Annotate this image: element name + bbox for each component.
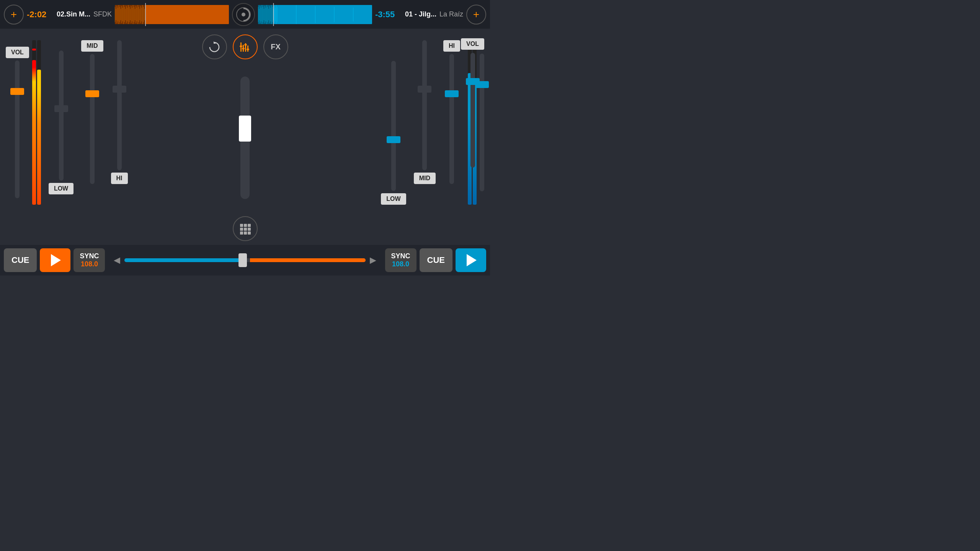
right-mid-track[interactable]: [422, 40, 427, 170]
svg-rect-63: [353, 8, 353, 21]
logo-icon: [236, 7, 251, 22]
right-low-handle[interactable]: [387, 136, 400, 143]
sync-left-button[interactable]: SYNC 108.0: [74, 248, 105, 272]
svg-rect-62: [334, 7, 335, 22]
svg-rect-7: [119, 7, 120, 22]
svg-rect-10: [122, 8, 123, 21]
left-waveform[interactable]: [115, 3, 229, 26]
left-hi-assembly: HI: [111, 40, 128, 205]
left-mid-handle[interactable]: [85, 90, 99, 97]
svg-rect-8: [121, 9, 121, 20]
svg-rect-1: [145, 5, 229, 24]
left-vol-track[interactable]: [15, 60, 20, 198]
svg-rect-52: [270, 8, 271, 21]
svg-point-36: [242, 13, 245, 16]
crossfader-left-arrow[interactable]: ◀: [112, 255, 122, 265]
svg-rect-42: [261, 8, 261, 21]
right-low-assembly: LOW: [381, 40, 406, 205]
right-hi-handle[interactable]: [445, 90, 459, 97]
svg-rect-46: [265, 6, 265, 23]
crossfader-right-arrow[interactable]: ▶: [368, 255, 378, 265]
center-controls: FX: [202, 34, 288, 59]
right-low-label: LOW: [381, 193, 406, 205]
center-fader-handle[interactable]: [239, 116, 251, 142]
left-mid-track[interactable]: [90, 54, 95, 184]
right-mid-handle-bg[interactable]: [418, 86, 431, 93]
svg-rect-38: [274, 5, 372, 24]
left-vol-assembly: VOL: [6, 40, 41, 205]
left-hi-label: HI: [111, 173, 128, 184]
left-artist: SFDK: [93, 10, 112, 18]
play-left-icon: [51, 254, 61, 266]
svg-rect-11: [123, 5, 124, 24]
svg-rect-16: [128, 5, 129, 24]
svg-rect-6: [119, 5, 119, 24]
right-artist: La Raíz: [439, 10, 463, 18]
right-master-vol-handle[interactable]: [466, 78, 480, 85]
left-low-assembly: LOW: [49, 40, 74, 205]
crossfader-track[interactable]: [124, 258, 365, 262]
left-track-name: 02.Sin M...: [57, 10, 90, 18]
crossfader-fill-right: [250, 258, 366, 262]
svg-rect-2: [115, 7, 115, 22]
fx-button[interactable]: FX: [263, 34, 288, 59]
add-left-button[interactable]: +: [4, 5, 24, 24]
svg-rect-51: [270, 6, 270, 23]
svg-rect-30: [142, 8, 142, 21]
left-hi-handle-bg[interactable]: [113, 86, 126, 93]
crossfader-handle[interactable]: [238, 253, 247, 267]
svg-rect-24: [136, 6, 136, 23]
cue-right-button[interactable]: CUE: [420, 248, 452, 272]
left-low-track[interactable]: [59, 51, 64, 181]
add-right-button[interactable]: +: [466, 5, 486, 24]
svg-rect-18: [130, 9, 131, 20]
right-waveform[interactable]: [258, 3, 372, 26]
mixer-button[interactable]: [233, 34, 258, 59]
svg-rect-26: [138, 5, 138, 24]
right-track-name: 01 - Jilg...: [405, 10, 436, 18]
grid-icon: [239, 223, 251, 235]
svg-rect-44: [263, 7, 263, 22]
svg-rect-43: [262, 5, 262, 24]
svg-rect-9: [121, 6, 122, 23]
svg-rect-21: [133, 5, 133, 24]
svg-rect-82: [248, 231, 251, 235]
play-right-icon: [467, 254, 477, 266]
cue-left-button[interactable]: CUE: [4, 248, 37, 272]
play-right-button[interactable]: [456, 248, 486, 272]
left-mid-assembly: MID: [81, 40, 103, 205]
grid-button[interactable]: [233, 216, 258, 241]
left-vol-label: VOL: [6, 47, 29, 58]
svg-rect-28: [140, 9, 140, 20]
right-low-track[interactable]: [391, 61, 396, 191]
sync-right-label: SYNC: [391, 252, 410, 260]
logo-button[interactable]: [232, 3, 255, 26]
left-low-handle-bg[interactable]: [54, 105, 68, 112]
deck-left: VOL LOW: [0, 33, 195, 241]
sync-left-label: SYNC: [80, 252, 99, 260]
top-bar: + -2:02 02.Sin M... SFDK: [0, 0, 490, 29]
refresh-icon: [208, 41, 220, 53]
svg-rect-76: [248, 224, 251, 227]
svg-rect-19: [131, 6, 131, 23]
left-hi-track[interactable]: [117, 40, 122, 170]
right-hi-track[interactable]: [449, 54, 454, 184]
svg-rect-33: [144, 9, 145, 20]
mixer-icon: [239, 41, 251, 53]
center-fader-track[interactable]: [240, 77, 250, 199]
svg-rect-5: [118, 8, 118, 21]
right-master-vol-track[interactable]: [470, 53, 475, 168]
left-vol-handle[interactable]: [10, 88, 24, 95]
refresh-button[interactable]: [202, 34, 227, 59]
sync-right-bpm: 108.0: [392, 260, 409, 268]
right-mid-label: MID: [414, 173, 436, 184]
sync-right-button[interactable]: SYNC 108.0: [385, 248, 416, 272]
left-waveform-svg: [115, 3, 229, 26]
play-left-button[interactable]: [40, 248, 70, 272]
left-time: -2:02: [27, 10, 54, 20]
sync-left-bpm: 108.0: [81, 260, 98, 268]
svg-rect-27: [139, 7, 139, 22]
svg-rect-56: [274, 6, 274, 23]
right-mid-assembly: MID: [414, 40, 436, 205]
svg-rect-80: [240, 231, 243, 235]
